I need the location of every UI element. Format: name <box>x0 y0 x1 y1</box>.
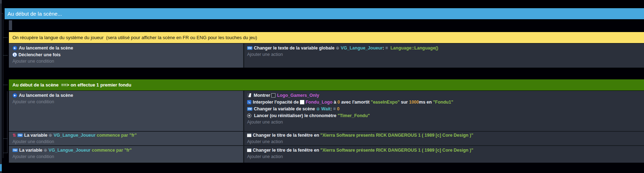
text-segment: commence par <box>95 133 129 138</box>
white-square-thumbnail-icon <box>300 100 304 104</box>
scene-start-icon: ▶ <box>12 93 17 98</box>
left-rail-marker <box>0 0 2 4</box>
action-instruction[interactable]: VarChanger la variable de scène ⊕Wait: =… <box>247 105 644 112</box>
text-segment: Interpoler l'opacité de <box>253 100 300 105</box>
actions-cell: Changer le titre de la fenêtre en "Xierr… <box>244 132 644 145</box>
tween-icon: ∿ <box>247 100 251 104</box>
text-segment: : <box>383 46 386 51</box>
text-segment: Logo_Gamers_Only <box>277 93 319 98</box>
condition-instruction[interactable]: ⇅VarLa variable ⊕VG_Langue_Joueur commen… <box>12 132 243 138</box>
text-segment: "fr" <box>124 148 132 153</box>
global-variable-icon: ⊕ <box>49 133 52 138</box>
text-segment: Déclencher une fois <box>18 52 61 57</box>
event-row: ▶Au lancement de la scène1Déclencher une… <box>9 43 644 68</box>
conditions-cell: ⇅VarLa variable ⊕VG_Langue_Joueur commen… <box>9 132 243 145</box>
text-segment: "fr" <box>129 133 137 138</box>
add-condition-button[interactable]: Ajouter une condition <box>12 58 243 65</box>
invert-condition-icon: ⇅ <box>12 133 16 138</box>
text-segment: "Xierra Software présente RICK DANGEROUS… <box>320 148 473 153</box>
condition-instruction[interactable]: ▶Au lancement de la scène <box>12 92 243 99</box>
indent-guide <box>3 37 8 38</box>
text-segment: Changer le texte de la variable globale <box>254 46 336 51</box>
text-segment: Au lancement de la scène <box>19 93 73 98</box>
add-action-button[interactable]: Ajouter une action <box>247 138 644 145</box>
text-segment: avec l'amortit <box>340 100 371 105</box>
add-condition-button[interactable]: Ajouter une condition <box>12 99 243 105</box>
variable-badge-icon: Var <box>247 46 252 50</box>
add-action-button[interactable]: Ajouter une action <box>247 153 644 160</box>
text-segment: "Timer_Fondu" <box>338 113 370 118</box>
condition-instruction[interactable]: ▶Au lancement de la scène <box>12 44 243 51</box>
variable-badge-icon: Var <box>17 133 23 137</box>
text-segment: Au lancement de la scène <box>19 46 73 51</box>
actions-cell: Changer le titre de la fenêtre en "Xierr… <box>244 146 644 163</box>
event-2: ▶Au lancement de la scène Ajouter une co… <box>9 91 644 163</box>
window-icon <box>247 133 251 137</box>
scrollbar-thumb[interactable] <box>0 164 2 171</box>
indent-guide <box>3 138 8 139</box>
conditions-cell: VarLa variable ⊕VG_Langue_Joueur commenc… <box>9 146 243 163</box>
condition-instruction[interactable]: 1Déclencher une fois <box>12 51 243 58</box>
indent-guide <box>3 13 3 158</box>
text-segment: "Fondu1" <box>433 100 453 105</box>
text-segment: Language::Language() <box>391 46 438 51</box>
indent-guide <box>7 91 7 153</box>
indent-guide <box>3 153 8 153</box>
actions-cell: Montrer Logo_Gamers_Only∿Interpoler l'op… <box>244 91 644 131</box>
comment-green[interactable]: Au début de la scène ==> on effectue 1 p… <box>9 79 644 90</box>
text-segment: VG_Langue_Joueur <box>54 133 95 138</box>
actions-cell: VarChanger le texte de la variable globa… <box>244 43 644 68</box>
text-segment: Lancer (ou réinitialiser) le chronomètre <box>253 113 338 118</box>
conditions-cell: ▶Au lancement de la scène1Déclencher une… <box>9 43 243 68</box>
text-segment: 1000 <box>409 100 419 105</box>
add-condition-button[interactable]: Ajouter une condition <box>12 153 243 160</box>
variable-badge-icon: Var <box>12 148 18 152</box>
text-segment: Fondu_Logo <box>306 100 333 105</box>
action-instruction[interactable]: Lancer (ou réinitialiser) le chronomètre… <box>247 112 644 119</box>
text-segment: Montrer <box>252 93 271 98</box>
text-segment: 0 <box>337 100 340 105</box>
window-icon <box>247 148 251 152</box>
condition-instruction[interactable]: VarLa variable ⊕VG_Langue_Joueur commenc… <box>12 147 243 153</box>
text-segment: La variable <box>24 133 49 138</box>
text-segment: commence par <box>91 148 124 153</box>
text-segment: à <box>333 100 338 105</box>
action-instruction[interactable]: Changer le titre de la fenêtre en "Xierr… <box>247 147 644 153</box>
event-group-header[interactable]: Au début de la scène... <box>5 8 644 19</box>
empty-subevent-marker <box>9 20 12 30</box>
conditions-cell: ▶Au lancement de la scène Ajouter une co… <box>9 91 243 131</box>
indent-guide <box>2 13 3 14</box>
scene-start-icon: ▶ <box>12 46 17 51</box>
action-instruction[interactable]: Montrer Logo_Gamers_Only <box>247 92 644 99</box>
text-segment: : <box>331 106 333 111</box>
event-row: ⇅VarLa variable ⊕VG_Langue_Joueur commen… <box>9 132 644 145</box>
text-segment: Changer la variable de scène <box>254 106 316 111</box>
text-segment: sur <box>400 100 409 105</box>
text-segment: La variable <box>19 148 44 153</box>
text-segment: Wait <box>321 106 331 111</box>
global-variable-icon: ⊕ <box>44 148 47 153</box>
variable-badge-icon: Var <box>247 107 252 111</box>
text-segment: VG_Langue_Joueur <box>49 148 91 153</box>
add-condition-button[interactable]: Ajouter une condition <box>12 138 243 145</box>
text-segment: Changer le titre de la fenêtre en <box>253 148 320 153</box>
left-scrollbar-track <box>0 0 2 173</box>
text-segment: = <box>385 46 390 51</box>
object-thumbnail-icon <box>271 93 275 98</box>
add-action-button[interactable]: Ajouter une action <box>247 51 644 58</box>
comment-yellow[interactable]: On récupère la langue du système du joue… <box>9 32 644 43</box>
event-row: VarLa variable ⊕VG_Langue_Joueur commenc… <box>9 146 644 163</box>
timer-icon <box>247 114 251 118</box>
action-instruction[interactable]: VarChanger le texte de la variable globa… <box>247 44 644 51</box>
text-segment: "easeInExpo" <box>371 100 399 105</box>
text-segment: "Xierra Software presents RICK DANGEROUS… <box>320 133 473 138</box>
action-instruction[interactable]: ∿Interpoler l'opacité de Fondu_Logo à 0 … <box>247 99 644 105</box>
text-segment: 0 <box>337 106 339 111</box>
add-action-button[interactable]: Ajouter une action <box>247 119 644 126</box>
global-variable-icon: ⊕ <box>336 46 339 51</box>
show-object-icon <box>247 93 251 97</box>
indent-guide <box>3 85 8 85</box>
action-instruction[interactable]: Changer le titre de la fenêtre en "Xierr… <box>247 132 644 138</box>
text-segment: = <box>333 106 337 111</box>
text-segment: Changer le titre de la fenêtre en <box>253 133 320 138</box>
